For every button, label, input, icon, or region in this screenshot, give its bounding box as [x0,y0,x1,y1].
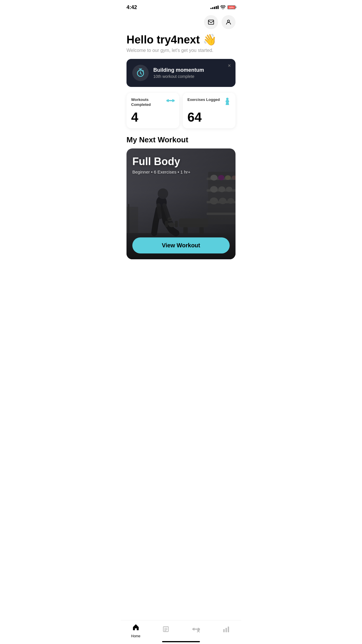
profile-icon [225,19,232,25]
banner-title: Building momentum [153,67,230,73]
greeting-subtitle: Welcome to our gym, let's get you starte… [126,48,236,53]
next-workout-title: My Next Workout [126,135,236,144]
stat-card-header: Workouts Completed [131,97,175,107]
exercises-logged-card: Exercises Logged 64 [183,93,236,128]
workout-meta: Beginner • 6 Exercises • 1 hr+ [132,169,230,174]
stat-card-header-2: Exercises Logged [187,97,231,107]
signal-icon [210,6,219,9]
header-actions [121,13,241,32]
svg-point-2 [227,20,229,22]
exercises-label: Exercises Logged [187,97,220,102]
battery-icon: 10% [227,5,236,9]
mail-icon [208,19,214,25]
workout-card: Full Body Beginner • 6 Exercises • 1 hr+… [126,148,236,259]
person-icon [224,97,231,107]
stats-row: Workouts Completed 4 Exercises Logged [126,93,236,128]
wifi-icon [220,5,226,9]
svg-point-0 [223,9,223,9]
status-icons: 10% [210,5,236,9]
mail-button[interactable] [204,15,218,29]
stopwatch-icon [136,68,145,78]
banner-close-button[interactable]: × [228,63,231,68]
profile-button[interactable] [222,15,236,29]
workouts-label: Workouts Completed [131,97,166,107]
banner-text: Building momentum 10th workout complete [153,67,230,79]
banner-icon-wrap [132,65,149,81]
svg-rect-6 [169,100,172,101]
banner-subtitle: 10th workout complete [153,74,230,79]
workouts-completed-card: Workouts Completed 4 [126,93,179,128]
dumbbell-icon [166,97,175,106]
svg-rect-1 [208,20,214,24]
workout-overlay: Full Body Beginner • 6 Exercises • 1 hr+… [126,148,236,259]
status-time: 4:42 [126,4,137,10]
workouts-value: 4 [131,111,175,124]
svg-point-9 [226,98,229,100]
greeting-title: Hello try4next 👋 [126,34,236,46]
achievement-banner: Building momentum 10th workout complete … [126,59,236,87]
view-workout-button[interactable]: View Workout [132,237,230,253]
svg-rect-8 [173,100,175,102]
svg-rect-5 [168,99,169,102]
workout-name: Full Body [132,155,230,168]
exercises-value: 64 [187,111,231,124]
status-bar: 4:42 10% [121,0,241,13]
workout-info: Full Body Beginner • 6 Exercises • 1 hr+ [132,155,230,174]
greeting-section: Hello try4next 👋 Welcome to our gym, let… [121,32,241,59]
